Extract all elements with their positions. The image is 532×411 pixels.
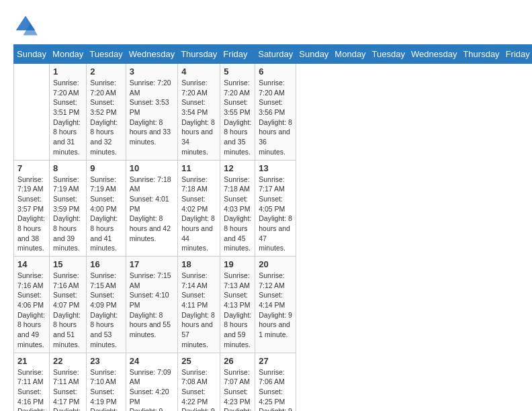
calendar-header-row: SundayMondayTuesdayWednesdayThursdayFrid… (14, 45, 533, 64)
day-number: 20 (259, 259, 292, 269)
day-info: Sunrise: 7:19 AMSunset: 3:57 PMDaylight:… (17, 175, 46, 254)
day-cell: 2Sunrise: 7:20 AMSunset: 3:52 PMDaylight… (87, 64, 126, 161)
page-header (13, 13, 519, 38)
day-cell: 17Sunrise: 7:15 AMSunset: 4:10 PMDayligh… (126, 257, 177, 353)
day-cell: 11Sunrise: 7:18 AMSunset: 4:02 PMDayligh… (178, 160, 220, 257)
day-cell: 16Sunrise: 7:15 AMSunset: 4:09 PMDayligh… (87, 257, 126, 353)
day-number: 21 (17, 356, 46, 366)
day-info: Sunrise: 7:20 AMSunset: 3:54 PMDaylight:… (181, 78, 216, 157)
day-cell: 20Sunrise: 7:12 AMSunset: 4:14 PMDayligh… (255, 257, 296, 353)
day-cell: 12Sunrise: 7:18 AMSunset: 4:03 PMDayligh… (220, 160, 255, 257)
day-number: 17 (130, 259, 174, 269)
day-number: 9 (90, 163, 122, 173)
day-cell: 21Sunrise: 7:11 AMSunset: 4:16 PMDayligh… (14, 353, 50, 411)
day-info: Sunrise: 7:14 AMSunset: 4:11 PMDaylight:… (181, 271, 216, 350)
col-header-monday: Monday (332, 45, 369, 64)
day-cell: 15Sunrise: 7:16 AMSunset: 4:07 PMDayligh… (50, 257, 87, 353)
day-cell (14, 64, 50, 161)
day-cell: 5Sunrise: 7:20 AMSunset: 3:55 PMDaylight… (220, 64, 255, 161)
day-cell: 25Sunrise: 7:08 AMSunset: 4:22 PMDayligh… (178, 353, 220, 411)
day-number: 12 (224, 163, 251, 173)
day-number: 25 (181, 356, 216, 366)
header-sunday: Sunday (14, 45, 50, 64)
day-cell: 13Sunrise: 7:17 AMSunset: 4:05 PMDayligh… (255, 160, 296, 257)
day-info: Sunrise: 7:20 AMSunset: 3:53 PMDaylight:… (130, 78, 174, 147)
day-number: 18 (181, 259, 216, 269)
day-cell: 6Sunrise: 7:20 AMSunset: 3:56 PMDaylight… (255, 64, 296, 161)
day-number: 1 (53, 66, 83, 77)
header-tuesday: Tuesday (87, 45, 126, 64)
day-number: 10 (130, 163, 174, 173)
day-cell: 14Sunrise: 7:16 AMSunset: 4:06 PMDayligh… (14, 257, 50, 353)
day-info: Sunrise: 7:15 AMSunset: 4:10 PMDaylight:… (130, 271, 174, 340)
day-number: 15 (53, 259, 83, 269)
day-number: 27 (259, 356, 292, 366)
day-info: Sunrise: 7:20 AMSunset: 3:56 PMDaylight:… (259, 78, 292, 157)
day-number: 23 (90, 356, 122, 366)
day-number: 13 (259, 163, 292, 173)
day-cell: 24Sunrise: 7:09 AMSunset: 4:20 PMDayligh… (126, 353, 177, 411)
day-cell: 26Sunrise: 7:07 AMSunset: 4:23 PMDayligh… (220, 353, 255, 411)
day-info: Sunrise: 7:20 AMSunset: 3:51 PMDaylight:… (53, 78, 83, 157)
day-info: Sunrise: 7:13 AMSunset: 4:13 PMDaylight:… (224, 271, 251, 350)
day-number: 19 (224, 259, 251, 269)
day-info: Sunrise: 7:17 AMSunset: 4:05 PMDaylight:… (259, 175, 292, 254)
day-cell: 10Sunrise: 7:18 AMSunset: 4:01 PMDayligh… (126, 160, 177, 257)
logo-icon (13, 13, 38, 38)
day-number: 3 (130, 66, 174, 77)
day-info: Sunrise: 7:10 AMSunset: 4:19 PMDaylight:… (90, 367, 122, 412)
day-info: Sunrise: 7:19 AMSunset: 3:59 PMDaylight:… (53, 175, 83, 254)
day-info: Sunrise: 7:19 AMSunset: 4:00 PMDaylight:… (90, 175, 122, 254)
day-info: Sunrise: 7:06 AMSunset: 4:25 PMDaylight:… (259, 367, 292, 412)
day-cell: 9Sunrise: 7:19 AMSunset: 4:00 PMDaylight… (87, 160, 126, 257)
day-number: 26 (224, 356, 251, 366)
day-number: 4 (181, 66, 216, 77)
day-number: 24 (130, 356, 174, 366)
day-cell: 23Sunrise: 7:10 AMSunset: 4:19 PMDayligh… (87, 353, 126, 411)
header-monday: Monday (50, 45, 87, 64)
day-number: 8 (53, 163, 83, 173)
day-info: Sunrise: 7:20 AMSunset: 3:52 PMDaylight:… (90, 78, 122, 157)
day-info: Sunrise: 7:11 AMSunset: 4:17 PMDaylight:… (53, 367, 83, 412)
day-cell: 19Sunrise: 7:13 AMSunset: 4:13 PMDayligh… (220, 257, 255, 353)
day-info: Sunrise: 7:09 AMSunset: 4:20 PMDaylight:… (130, 367, 174, 412)
day-number: 7 (17, 163, 46, 173)
header-wednesday: Wednesday (126, 45, 177, 64)
day-info: Sunrise: 7:12 AMSunset: 4:14 PMDaylight:… (259, 271, 292, 340)
day-cell: 27Sunrise: 7:06 AMSunset: 4:25 PMDayligh… (255, 353, 296, 411)
header-friday: Friday (220, 45, 255, 64)
week-row-3: 21Sunrise: 7:11 AMSunset: 4:16 PMDayligh… (14, 353, 533, 411)
header-saturday: Saturday (255, 45, 296, 64)
day-info: Sunrise: 7:16 AMSunset: 4:06 PMDaylight:… (17, 271, 46, 350)
day-cell: 1Sunrise: 7:20 AMSunset: 3:51 PMDaylight… (50, 64, 87, 161)
calendar-table: SundayMondayTuesdayWednesdayThursdayFrid… (13, 44, 532, 411)
week-row-1: 7Sunrise: 7:19 AMSunset: 3:57 PMDaylight… (14, 160, 533, 257)
header-thursday: Thursday (178, 45, 220, 64)
col-header-wednesday: Wednesday (408, 45, 460, 64)
day-cell: 3Sunrise: 7:20 AMSunset: 3:53 PMDaylight… (126, 64, 177, 161)
day-cell: 18Sunrise: 7:14 AMSunset: 4:11 PMDayligh… (178, 257, 220, 353)
day-info: Sunrise: 7:18 AMSunset: 4:01 PMDaylight:… (130, 175, 174, 244)
day-info: Sunrise: 7:07 AMSunset: 4:23 PMDaylight:… (224, 367, 251, 412)
day-number: 2 (90, 66, 122, 77)
day-cell: 8Sunrise: 7:19 AMSunset: 3:59 PMDaylight… (50, 160, 87, 257)
day-info: Sunrise: 7:20 AMSunset: 3:55 PMDaylight:… (224, 78, 251, 157)
col-header-sunday: Sunday (296, 45, 332, 64)
day-info: Sunrise: 7:11 AMSunset: 4:16 PMDaylight:… (17, 367, 46, 412)
day-number: 16 (90, 259, 122, 269)
col-header-friday: Friday (502, 45, 532, 64)
day-cell: 22Sunrise: 7:11 AMSunset: 4:17 PMDayligh… (50, 353, 87, 411)
day-info: Sunrise: 7:16 AMSunset: 4:07 PMDaylight:… (53, 271, 83, 350)
week-row-2: 14Sunrise: 7:16 AMSunset: 4:06 PMDayligh… (14, 257, 533, 353)
day-number: 14 (17, 259, 46, 269)
day-cell: 4Sunrise: 7:20 AMSunset: 3:54 PMDaylight… (178, 64, 220, 161)
day-info: Sunrise: 7:18 AMSunset: 4:02 PMDaylight:… (181, 175, 216, 254)
col-header-thursday: Thursday (460, 45, 502, 64)
week-row-0: 1Sunrise: 7:20 AMSunset: 3:51 PMDaylight… (14, 64, 533, 161)
day-number: 6 (259, 66, 292, 77)
day-info: Sunrise: 7:08 AMSunset: 4:22 PMDaylight:… (181, 367, 216, 412)
day-info: Sunrise: 7:15 AMSunset: 4:09 PMDaylight:… (90, 271, 122, 350)
day-number: 22 (53, 356, 83, 366)
day-number: 11 (181, 163, 216, 173)
col-header-tuesday: Tuesday (369, 45, 408, 64)
